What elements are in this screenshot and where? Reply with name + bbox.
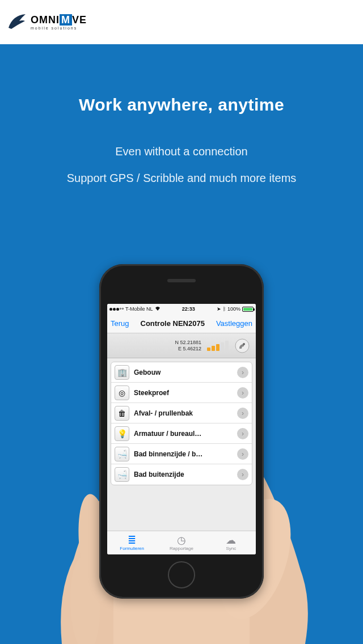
hero: Work anywhere, anytime Even without a co… [0, 44, 363, 644]
gps-lat: N 52.21881 [113, 340, 201, 346]
list-item-label: Bad buitenzijde [134, 471, 233, 478]
brand-name-accent: M [60, 14, 72, 26]
building-icon: 🏢 [115, 365, 129, 380]
brand-bar: OMNIMVE mobile solutions [0, 0, 363, 44]
list-item[interactable]: 🛁Bad binnenzijde / b…› [111, 444, 252, 464]
form-list: 🏢Gebouw›◎Steekproef›🗑Afval- / prullenbak… [107, 358, 256, 531]
hero-title: Work anywhere, anytime [0, 95, 363, 115]
list-item-label: Afval- / prullenbak [134, 409, 233, 417]
ios-status-bar: T-Mobile NL 22:33 ➤ ᛒ 100% [107, 304, 256, 314]
satellite-icon[interactable] [234, 338, 250, 354]
chevron-right-icon: › [237, 469, 248, 480]
trash-icon: 🗑 [115, 406, 129, 421]
brand-logo: OMNIMVE mobile solutions [6, 11, 87, 33]
location-arrow-icon: ➤ [217, 306, 221, 312]
tab-label: Sync [226, 546, 236, 551]
tab-label: Formulieren [120, 546, 144, 551]
list-item[interactable]: 🛁Bad buitenzijde› [111, 464, 252, 485]
bird-icon [6, 11, 28, 33]
bath-outer-icon: 🛁 [115, 467, 129, 482]
chevron-right-icon: › [237, 448, 248, 460]
list-item[interactable]: 💡Armatuur / bureaul…› [111, 423, 252, 444]
gps-coords: N 52.21881 E 5.46212 [113, 340, 201, 352]
carrier-label: T-Mobile NL [125, 306, 153, 312]
svg-point-4 [243, 343, 245, 345]
save-button[interactable]: Vastleggen [216, 319, 252, 328]
list-item[interactable]: 🏢Gebouw› [111, 362, 252, 383]
brand-name: OMNIMVE [31, 15, 87, 25]
brand-tagline: mobile solutions [31, 26, 87, 30]
page-title: Controle NEN2075 [129, 319, 216, 328]
tab-label: Rapportage [170, 546, 193, 551]
signal-dots-icon [109, 308, 124, 311]
wifi-icon [155, 306, 161, 312]
report-icon: ◷ [177, 535, 186, 545]
chevron-right-icon: › [237, 428, 248, 439]
tab-rapportage[interactable]: ◷Rapportage [157, 531, 206, 554]
phone-device: T-Mobile NL 22:33 ➤ ᛒ 100% Te [99, 264, 264, 599]
sample-icon: ◎ [115, 385, 129, 400]
tab-sync[interactable]: ☁Sync [206, 531, 256, 554]
chevron-right-icon: › [237, 408, 248, 419]
hero-subtitle-1: Even without a connection [0, 143, 363, 160]
battery-icon [242, 307, 254, 312]
sync-icon: ☁ [226, 535, 236, 545]
gps-lon: E 5.46212 [113, 346, 201, 352]
list-item-label: Armatuur / bureaul… [134, 430, 233, 438]
brand-name-part3: VE [72, 14, 87, 26]
back-button[interactable]: Terug [111, 319, 129, 328]
list-item-label: Gebouw [134, 368, 233, 376]
tab-formulieren[interactable]: ≣Formulieren [107, 531, 157, 554]
lamp-icon: 💡 [115, 426, 129, 441]
list-item[interactable]: 🗑Afval- / prullenbak› [111, 403, 252, 423]
list-item[interactable]: ◎Steekproef› [111, 383, 252, 403]
list-item-label: Bad binnenzijde / b… [134, 450, 233, 458]
bluetooth-icon: ᛒ [223, 306, 226, 312]
battery-pct-label: 100% [227, 306, 240, 312]
chevron-right-icon: › [237, 387, 248, 399]
phone-screen: T-Mobile NL 22:33 ➤ ᛒ 100% Te [107, 304, 256, 554]
brand-name-part1: OMNI [31, 14, 60, 26]
bath-inner-icon: 🛁 [115, 447, 129, 461]
signal-strength-icon [207, 341, 229, 351]
forms-icon: ≣ [128, 535, 136, 545]
tab-bar: ≣Formulieren◷Rapportage☁Sync [107, 531, 256, 554]
phone-stage: T-Mobile NL 22:33 ➤ ᛒ 100% Te [0, 264, 363, 644]
navbar: Terug Controle NEN2075 Vastleggen [107, 314, 256, 333]
clock-label: 22:33 [161, 306, 217, 312]
list-item-label: Steekproef [134, 389, 233, 397]
gps-bar: N 52.21881 E 5.46212 [107, 333, 256, 358]
hero-subtitle-2: Support GPS / Scribble and much more ite… [0, 170, 363, 186]
chevron-right-icon: › [237, 367, 248, 378]
